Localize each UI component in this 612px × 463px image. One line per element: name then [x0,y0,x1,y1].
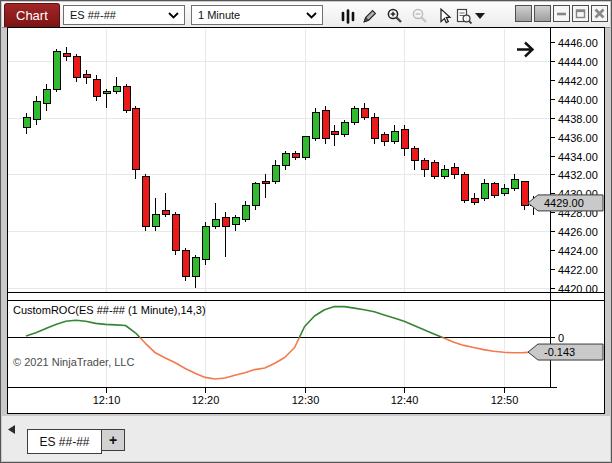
svg-text:4434.00: 4434.00 [558,151,598,163]
cursor-icon [435,7,453,25]
svg-text:4424.00: 4424.00 [558,245,598,257]
close-icon [592,6,607,21]
svg-text:4436.00: 4436.00 [558,132,598,144]
zoom-out-button[interactable] [410,6,430,26]
instrument-value: ES ##-## [70,9,116,21]
svg-text:4432.00: 4432.00 [558,169,598,181]
tab-strip: ES ##-## + [2,416,610,461]
svg-text:12:50: 12:50 [491,394,519,406]
interval-link-button[interactable] [534,5,551,22]
window-title-tab[interactable]: Chart [4,3,60,27]
add-tab-button[interactable]: + [101,429,125,451]
title-bar: Chart ES ##-## 1 Minute [2,2,610,28]
last-price-tag: 4429.00 [528,195,603,211]
left-arrow-icon [8,425,16,434]
svg-text:4444.00: 4444.00 [558,56,598,68]
chart-window: Chart ES ##-## 1 Minute [0,0,612,463]
svg-text:4446.00: 4446.00 [558,37,598,49]
svg-text:4442.00: 4442.00 [558,75,598,87]
instrument-dropdown[interactable]: ES ##-## [63,5,185,25]
zoom-in-button[interactable] [385,6,405,26]
bar-chart-icon [339,7,357,25]
interval-dropdown[interactable]: 1 Minute [191,5,323,25]
svg-text:12:30: 12:30 [292,394,320,406]
window-title-label: Chart [16,8,48,23]
cursor-button[interactable] [434,6,454,26]
svg-text:4440.00: 4440.00 [558,94,598,106]
svg-text:4426.00: 4426.00 [558,226,598,238]
scroll-right-arrow-icon[interactable] [517,43,533,57]
svg-text:12:40: 12:40 [391,394,419,406]
svg-text:4420.00: 4420.00 [558,283,598,295]
drawing-tools-button[interactable] [360,6,380,26]
svg-text:0: 0 [558,332,564,344]
pencil-icon [361,7,379,25]
tab-es[interactable]: ES ##-## [27,429,102,454]
zoom-out-icon [411,7,429,25]
svg-text:4429.00: 4429.00 [544,197,584,209]
indicator-value-tag: -0.143 [528,344,603,360]
chevron-down-icon [306,12,317,19]
svg-text:4438.00: 4438.00 [558,113,598,125]
instrument-link-button[interactable] [515,5,532,22]
svg-text:12:20: 12:20 [192,394,220,406]
tab-scroll-left-button[interactable] [8,420,18,430]
chevron-down-icon [168,12,179,19]
add-tab-icon: + [109,432,117,448]
zoom-in-icon [386,7,404,25]
roc-line-negative [26,307,534,379]
restore-icon [573,6,588,21]
svg-text:12:10: 12:10 [93,394,121,406]
close-button[interactable] [591,5,608,22]
minimize-icon [554,6,569,21]
caret-down-icon [475,13,485,19]
svg-text:4422.00: 4422.00 [558,264,598,276]
copyright-text: © 2021 NinjaTrader, LLC [13,356,134,368]
chart-report-button[interactable] [454,6,474,26]
svg-text:-0.143: -0.143 [544,346,575,358]
report-dropdown-button[interactable] [474,6,486,26]
chart-style-button[interactable] [338,6,358,26]
interval-value: 1 Minute [198,9,240,21]
restore-button[interactable] [572,5,589,22]
chart-report-icon [455,7,473,25]
tab-es-label: ES ##-## [39,435,89,449]
chart-area: 4446.004444.004442.004440.004438.004436.… [7,27,605,414]
minimize-button[interactable] [553,5,570,22]
indicator-label: CustomROC(ES ##-## (1 Minute),14,3) [13,304,206,316]
